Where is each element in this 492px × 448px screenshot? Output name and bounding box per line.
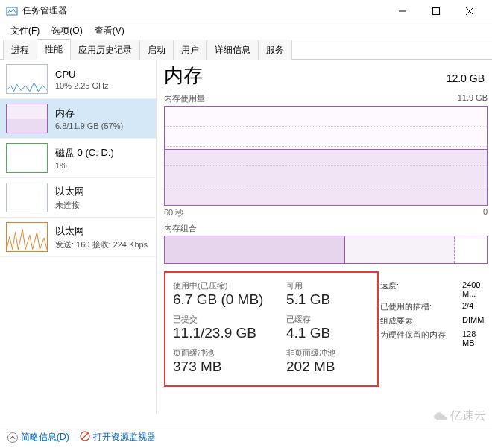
- reserved-key: 为硬件保留的内存:: [380, 329, 462, 347]
- tab-processes[interactable]: 进程: [3, 40, 37, 60]
- form-value: DIMM: [462, 315, 488, 326]
- fewer-details-label: 简略信息(D): [21, 431, 69, 444]
- sidebar-eth2-sub: 发送: 160 接收: 224 Kbps: [55, 239, 148, 250]
- menu-file[interactable]: 文件(F): [6, 22, 44, 40]
- in-use-label: 使用中(已压缩): [173, 280, 286, 291]
- ethernet-thumb: [6, 183, 48, 212]
- ethernet-thumb-2: [6, 222, 48, 252]
- slots-value: 2/4: [462, 301, 488, 312]
- sidebar-memory-sub: 6.8/11.9 GB (57%): [55, 122, 123, 130]
- sidebar-eth2-title: 以太网: [55, 224, 148, 238]
- app-icon: [6, 5, 18, 17]
- available-value: 5.1 GB: [286, 291, 376, 308]
- memory-details: 使用中(已压缩) 6.7 GB (0 MB) 可用 5.1 GB 已提交 11.…: [164, 271, 488, 387]
- memory-thumb: [6, 104, 48, 133]
- x-axis-right: 0: [483, 207, 488, 218]
- available-label: 可用: [286, 280, 376, 291]
- committed-value: 11.1/23.9 GB: [173, 325, 286, 341]
- watermark-text: 亿速云: [450, 408, 486, 424]
- watermark: 亿速云: [434, 408, 486, 424]
- nonpaged-value: 202 MB: [286, 359, 376, 375]
- menu-bar: 文件(F) 选项(O) 查看(V): [0, 22, 492, 40]
- cached-label: 已缓存: [286, 314, 376, 325]
- menu-options[interactable]: 选项(O): [47, 22, 86, 40]
- menu-view[interactable]: 查看(V): [90, 22, 129, 40]
- chevron-up-icon: [7, 432, 18, 443]
- sidebar-item-cpu[interactable]: CPU 10% 2.25 GHz: [0, 60, 156, 99]
- open-resmon-link[interactable]: 打开资源监视器: [80, 431, 156, 444]
- close-button[interactable]: [452, 1, 486, 22]
- performance-sidebar: CPU 10% 2.25 GHz 内存 6.8/11.9 GB (57%) 磁盘…: [0, 60, 157, 414]
- sidebar-eth1-sub: 未连接: [55, 200, 84, 211]
- window-title: 任务管理器: [22, 4, 67, 17]
- usage-graph-label: 内存使用量: [164, 93, 205, 104]
- cached-value: 4.1 GB: [286, 325, 376, 341]
- sidebar-item-ethernet-1[interactable]: 以太网 未连接: [0, 178, 156, 218]
- sidebar-cpu-sub: 10% 2.25 GHz: [55, 81, 109, 90]
- footer-bar: 简略信息(D) 打开资源监视器: [0, 426, 492, 448]
- in-use-value: 6.7 GB (0 MB): [173, 291, 286, 308]
- sidebar-item-ethernet-2[interactable]: 以太网 发送: 160 接收: 224 Kbps: [0, 218, 156, 257]
- memory-usage-graph[interactable]: [164, 106, 488, 206]
- disk-thumb: [6, 143, 48, 173]
- sidebar-eth1-title: 以太网: [55, 185, 84, 198]
- sidebar-memory-title: 内存: [55, 107, 123, 120]
- metrics-highlight-box: 使用中(已压缩) 6.7 GB (0 MB) 可用 5.1 GB 已提交 11.…: [164, 271, 379, 387]
- page-title: 内存: [164, 63, 203, 89]
- speed-value: 2400 M...: [462, 280, 488, 298]
- tab-users[interactable]: 用户: [173, 40, 207, 60]
- sidebar-disk-title: 磁盘 0 (C: D:): [55, 146, 114, 160]
- speed-key: 速度:: [380, 280, 462, 298]
- title-bar: 任务管理器: [0, 0, 492, 22]
- form-key: 组成要素:: [380, 315, 462, 326]
- tab-services[interactable]: 服务: [258, 40, 292, 60]
- nonpaged-label: 非页面缓冲池: [286, 347, 376, 359]
- cpu-thumb: [6, 64, 48, 94]
- sidebar-item-disk[interactable]: 磁盘 0 (C: D:) 1%: [0, 139, 156, 178]
- fewer-details-button[interactable]: 简略信息(D): [7, 431, 69, 444]
- paged-label: 页面缓冲池: [173, 347, 286, 359]
- x-axis-left: 60 秒: [164, 207, 183, 218]
- committed-label: 已提交: [173, 314, 286, 325]
- minimize-button[interactable]: [385, 1, 419, 22]
- open-resmon-label: 打开资源监视器: [93, 431, 156, 444]
- sidebar-disk-sub: 1%: [55, 161, 114, 170]
- svg-line-6: [82, 433, 88, 439]
- memory-composition-bar[interactable]: [164, 236, 488, 264]
- usage-graph-max: 11.9 GB: [458, 93, 488, 104]
- tab-details[interactable]: 详细信息: [206, 40, 259, 60]
- tab-strip: 进程 性能 应用历史记录 启动 用户 详细信息 服务: [0, 40, 492, 60]
- resmon-icon: [80, 431, 90, 444]
- sidebar-cpu-title: CPU: [55, 69, 109, 80]
- slots-key: 已使用的插槽:: [380, 301, 462, 312]
- svg-rect-2: [432, 7, 439, 14]
- tab-startup[interactable]: 启动: [139, 40, 174, 60]
- memory-specs: 速度: 2400 M... 已使用的插槽: 2/4 组成要素: DIMM 为硬件…: [380, 271, 488, 387]
- paged-value: 373 MB: [173, 359, 286, 375]
- maximize-button[interactable]: [419, 1, 452, 22]
- tab-performance[interactable]: 性能: [37, 39, 71, 60]
- reserved-value: 128 MB: [462, 329, 488, 347]
- sidebar-item-memory[interactable]: 内存 6.8/11.9 GB (57%): [0, 99, 156, 139]
- memory-total: 12.0 GB: [447, 72, 485, 84]
- tab-app-history[interactable]: 应用历史记录: [70, 40, 140, 60]
- memory-panel: 内存 12.0 GB 内存使用量 11.9 GB 60 秒 0 内存组合: [157, 60, 492, 414]
- composition-label: 内存组合: [164, 223, 488, 234]
- content-area: CPU 10% 2.25 GHz 内存 6.8/11.9 GB (57%) 磁盘…: [0, 60, 492, 414]
